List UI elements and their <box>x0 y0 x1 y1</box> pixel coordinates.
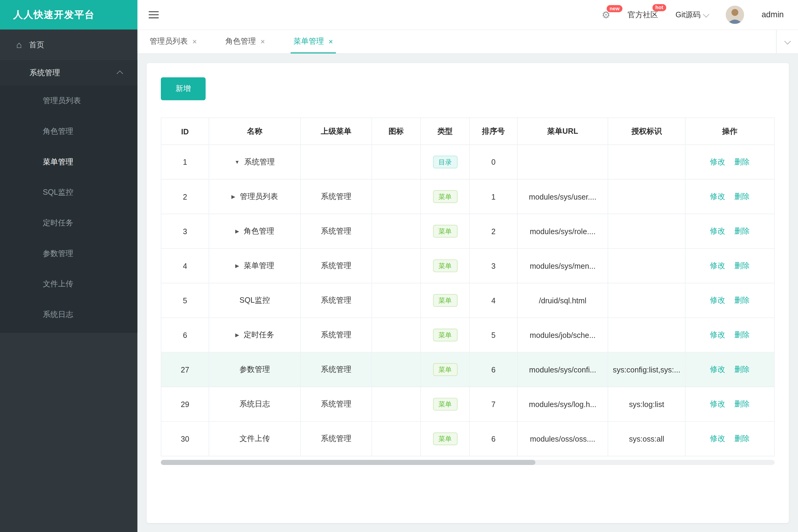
edit-link[interactable]: 修改 <box>710 365 725 374</box>
table-row[interactable]: 4▶菜单管理系统管理菜单3modules/sys/men...修改删除 <box>161 248 774 283</box>
cell-order: 7 <box>469 387 517 422</box>
cell-actions: 修改删除 <box>685 283 774 318</box>
top-header: ⚙ new 官方社区 hot Git源码 <box>137 0 798 30</box>
delete-link[interactable]: 删除 <box>734 434 749 443</box>
delete-link[interactable]: 删除 <box>734 330 749 339</box>
table-row[interactable]: 27参数管理系统管理菜单6modules/sys/confi...sys:con… <box>161 353 774 387</box>
sidebar: 人人快速开发平台 ⌂ 首页 系统管理 管理员列表角色管理菜单管理SQL监控定时任… <box>0 0 137 532</box>
sidebar-item-角色管理[interactable]: 角色管理 <box>0 116 137 147</box>
expand-caret-icon[interactable]: ▶ <box>235 228 239 234</box>
expand-caret-icon[interactable]: ▶ <box>235 332 239 338</box>
sidebar-item-菜单管理[interactable]: 菜单管理 <box>0 147 137 177</box>
sidebar-group-system-management[interactable]: 系统管理 <box>0 60 137 86</box>
cell-permissions <box>608 248 685 283</box>
cell-id: 29 <box>161 387 209 422</box>
sidebar-item-管理员列表[interactable]: 管理员列表 <box>0 86 137 116</box>
cell-id: 5 <box>161 283 209 318</box>
cell-menu-url: modules/job/sche... <box>517 318 608 352</box>
column-header: 上级菜单 <box>300 118 372 145</box>
expand-caret-icon[interactable]: ▼ <box>235 159 240 165</box>
sidebar-submenu: 管理员列表角色管理菜单管理SQL监控定时任务参数管理文件上传系统日志 <box>0 86 137 333</box>
column-header: 类型 <box>421 118 469 145</box>
edit-link[interactable]: 修改 <box>710 157 725 166</box>
table-row[interactable]: 29系统日志系统管理菜单7modules/sys/log.h...sys:log… <box>161 387 774 422</box>
type-badge: 菜单 <box>433 294 458 307</box>
cell-type: 菜单 <box>421 318 469 352</box>
expand-caret-icon[interactable]: ▶ <box>235 263 239 268</box>
delete-link[interactable]: 删除 <box>734 192 749 201</box>
cell-permissions <box>608 318 685 352</box>
table-row[interactable]: 6▶定时任务系统管理菜单5modules/job/sche...修改删除 <box>161 318 774 352</box>
tab-管理员列表[interactable]: 管理员列表× <box>147 30 200 53</box>
delete-link[interactable]: 删除 <box>734 365 749 374</box>
cell-actions: 修改删除 <box>685 145 774 179</box>
tab-dropdown-button[interactable] <box>776 30 798 53</box>
cell-actions: 修改删除 <box>685 353 774 387</box>
sidebar-item-定时任务[interactable]: 定时任务 <box>0 207 137 238</box>
table-row[interactable]: 5SQL监控系统管理菜单4/druid/sql.html修改删除 <box>161 283 774 318</box>
delete-link[interactable]: 删除 <box>734 226 749 235</box>
delete-link[interactable]: 删除 <box>734 261 749 270</box>
horizontal-scrollbar-thumb[interactable] <box>161 460 535 465</box>
sidebar-item-SQL监控[interactable]: SQL监控 <box>0 177 137 208</box>
edit-link[interactable]: 修改 <box>710 296 725 305</box>
horizontal-scrollbar[interactable] <box>161 460 775 465</box>
edit-link[interactable]: 修改 <box>710 261 725 270</box>
cell-type: 菜单 <box>421 353 469 387</box>
close-icon[interactable]: × <box>329 37 333 46</box>
type-badge: 菜单 <box>433 329 458 342</box>
cell-permissions <box>608 179 685 214</box>
cell-parent-menu: 系统管理 <box>300 179 372 214</box>
cell-actions: 修改删除 <box>685 214 774 248</box>
username[interactable]: admin <box>762 10 784 19</box>
sidebar-item-文件上传[interactable]: 文件上传 <box>0 269 137 299</box>
edit-link[interactable]: 修改 <box>710 434 725 443</box>
delete-link[interactable]: 删除 <box>734 296 749 305</box>
table-row[interactable]: 1▼系统管理目录0修改删除 <box>161 145 774 179</box>
sidebar-item-系统日志[interactable]: 系统日志 <box>0 299 137 330</box>
edit-link[interactable]: 修改 <box>710 330 725 339</box>
cell-permissions: sys:oss:all <box>608 422 685 456</box>
community-link[interactable]: 官方社区 hot <box>628 10 658 20</box>
cell-menu-url: modules/sys/log.h... <box>517 387 608 422</box>
column-header: 操作 <box>685 118 774 145</box>
menu-toggle-button[interactable] <box>147 8 161 21</box>
close-icon[interactable]: × <box>260 37 265 46</box>
expand-caret-icon[interactable]: ▶ <box>231 194 236 199</box>
table-row[interactable]: 3▶角色管理系统管理菜单2modules/sys/role....修改删除 <box>161 214 774 248</box>
sidebar-item-home[interactable]: ⌂ 首页 <box>0 30 137 60</box>
cell-id: 30 <box>161 422 209 456</box>
edit-link[interactable]: 修改 <box>710 399 725 408</box>
cell-parent-menu: 系统管理 <box>300 283 372 318</box>
sidebar-item-参数管理[interactable]: 参数管理 <box>0 238 137 269</box>
cell-name: 系统日志 <box>209 387 301 422</box>
cell-type: 菜单 <box>421 248 469 283</box>
delete-link[interactable]: 删除 <box>734 399 749 408</box>
cell-parent-menu: 系统管理 <box>300 353 372 387</box>
cell-menu-url: modules/sys/role.... <box>517 214 608 248</box>
cell-order: 1 <box>469 179 517 214</box>
table-row[interactable]: 30文件上传系统管理菜单6modules/oss/oss....sys:oss:… <box>161 422 774 456</box>
cell-name: 文件上传 <box>209 422 301 456</box>
tab-菜单管理[interactable]: 菜单管理× <box>290 30 336 53</box>
avatar[interactable] <box>726 5 744 24</box>
close-icon[interactable]: × <box>192 37 197 46</box>
git-source-dropdown[interactable]: Git源码 <box>675 10 708 20</box>
sidebar-group-label: 系统管理 <box>30 68 60 78</box>
cell-permissions <box>608 214 685 248</box>
content-area: 新增 ID名称上级菜单图标类型排序号菜单URL授权标识操作 1▼系统管理目录0修… <box>137 54 798 532</box>
settings-button[interactable]: ⚙ new <box>602 10 611 20</box>
edit-link[interactable]: 修改 <box>710 192 725 201</box>
tab-bar: 管理员列表×角色管理×菜单管理× <box>137 30 798 54</box>
cell-actions: 修改删除 <box>685 318 774 352</box>
menu-name: 系统管理 <box>244 157 275 166</box>
avatar-image <box>726 5 744 24</box>
tab-角色管理[interactable]: 角色管理× <box>222 30 268 53</box>
table-row[interactable]: 2▶管理员列表系统管理菜单1modules/sys/user....修改删除 <box>161 179 774 214</box>
community-label: 官方社区 <box>628 10 658 20</box>
edit-link[interactable]: 修改 <box>710 226 725 235</box>
delete-link[interactable]: 删除 <box>734 157 749 166</box>
cell-type: 菜单 <box>421 422 469 456</box>
cell-parent-menu: 系统管理 <box>300 214 372 248</box>
add-button[interactable]: 新增 <box>161 77 206 100</box>
